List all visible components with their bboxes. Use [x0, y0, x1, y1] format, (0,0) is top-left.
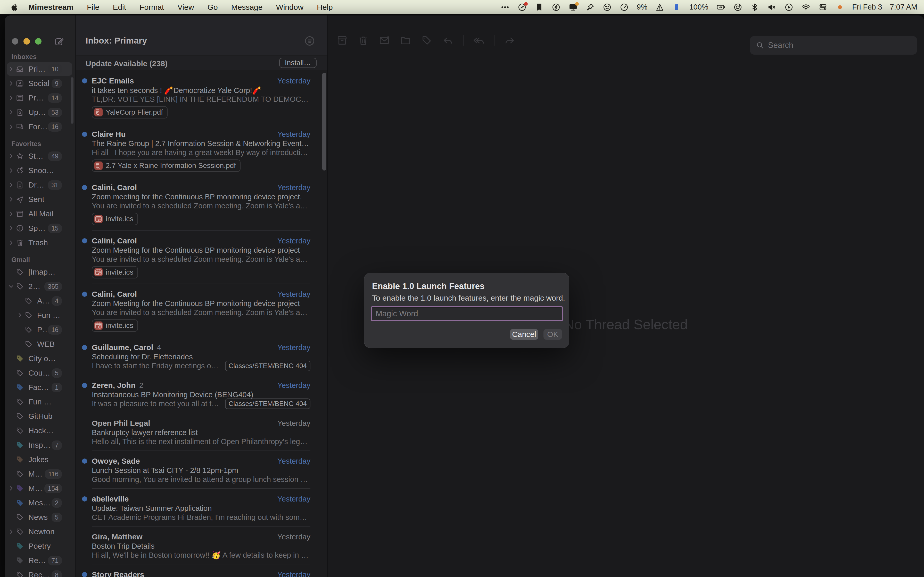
email-row[interactable]: Story ReadersYesterdayA Warming Invitati… — [76, 564, 328, 577]
mem-bar-icon[interactable] — [672, 3, 682, 12]
sidebar-scrollbar[interactable] — [71, 77, 73, 124]
chevron-right-icon[interactable] — [7, 94, 15, 102]
sidebar-item-insp-[interactable]: Insp…7 — [5, 438, 75, 452]
apple-icon[interactable] — [10, 3, 19, 11]
sidebar-item-m-[interactable]: M…116 — [5, 467, 75, 481]
email-row[interactable]: EJC EmailsYesterdayit takes ten seconds … — [76, 71, 328, 124]
bookmark-icon[interactable] — [535, 3, 544, 12]
volume-mute-icon[interactable] — [767, 3, 777, 12]
face-icon[interactable] — [603, 3, 612, 12]
chevron-right-icon[interactable] — [7, 224, 15, 232]
wifi-icon[interactable] — [801, 3, 811, 12]
menu-item-window[interactable]: Window — [276, 3, 304, 11]
toggles-icon[interactable] — [818, 3, 827, 12]
battery-icon[interactable] — [716, 3, 725, 12]
bolt-circle-icon[interactable] — [551, 3, 561, 12]
list-scrollbar[interactable] — [322, 73, 326, 171]
sidebar-item-mes-[interactable]: Mes…2 — [5, 496, 75, 510]
chevron-right-icon[interactable] — [7, 167, 15, 174]
install-button[interactable]: Install… — [279, 58, 317, 68]
email-row[interactable]: Calini, CarolYesterdayZoom Meeting for t… — [76, 284, 328, 337]
email-row[interactable]: Gira, MatthewYesterdayBoston Trip Detail… — [76, 527, 328, 564]
chevron-right-icon[interactable] — [7, 80, 15, 87]
magic-word-input[interactable] — [372, 307, 562, 320]
toolbar-forward-icon[interactable] — [504, 34, 515, 47]
sidebar-item-2-[interactable]: 2…365 — [5, 279, 75, 294]
sidebar-item-p-[interactable]: P…16 — [5, 322, 75, 337]
attachment-chip[interactable]: invite.ics — [92, 266, 138, 279]
compose-icon[interactable] — [54, 37, 65, 47]
filter-icon[interactable] — [304, 35, 315, 47]
sidebar-item-pri-[interactable]: Pri…10 — [5, 62, 75, 76]
attachment-chip[interactable]: YaleCorp Flier.pdf — [92, 106, 168, 118]
sidebar-item-github[interactable]: GitHub — [5, 409, 75, 424]
sidebar-item-jokes[interactable]: Jokes — [5, 452, 75, 467]
cancel-button[interactable]: Cancel — [510, 329, 538, 340]
menu-item-view[interactable]: View — [178, 3, 194, 11]
sidebar-item-re-[interactable]: Re…71 — [5, 553, 75, 568]
display-icon[interactable] — [569, 3, 578, 12]
chevron-right-icon[interactable] — [7, 485, 15, 492]
menu-item-mimestream[interactable]: Mimestream — [28, 3, 73, 11]
minimize-button[interactable] — [23, 38, 30, 45]
rocket-icon[interactable] — [585, 3, 595, 12]
email-row[interactable]: Claire HuYesterdayThe Raine Group | 2.7 … — [76, 124, 328, 177]
menu-item-go[interactable]: Go — [208, 3, 218, 11]
menu-item-file[interactable]: File — [87, 3, 99, 11]
bluetooth-icon[interactable] — [750, 3, 759, 12]
sidebar-item-fun-f-[interactable]: Fun F… — [5, 308, 75, 322]
sidebar-item-snoozed[interactable]: Snoozed — [5, 163, 75, 178]
sidebar-item-sp-[interactable]: Sp…15 — [5, 221, 75, 235]
sidebar-item-fun-facts[interactable]: Fun Facts — [5, 395, 75, 409]
email-row[interactable]: Guillaume, Carol4YesterdayScheduling for… — [76, 337, 328, 375]
sidebar-item-fac-[interactable]: Fac…1 — [5, 380, 75, 395]
chevron-right-icon[interactable] — [7, 528, 15, 535]
sidebar-item-up-[interactable]: Up…53 — [5, 105, 75, 119]
toolbar-mail-unread-icon[interactable] — [378, 34, 390, 47]
menu-item-edit[interactable]: Edit — [113, 3, 126, 11]
play-circle-icon[interactable] — [784, 3, 793, 12]
chevron-right-icon[interactable] — [7, 65, 15, 73]
sidebar-item-st-[interactable]: St…49 — [5, 149, 75, 163]
toolbar-tag-icon[interactable] — [421, 34, 433, 47]
chevron-right-icon[interactable] — [7, 210, 15, 218]
more-icon[interactable] — [501, 3, 510, 12]
attachment-chip[interactable]: invite.ics — [92, 213, 138, 225]
menu-item-help[interactable]: Help — [317, 3, 333, 11]
sidebar-item-cou-[interactable]: Cou…5 — [5, 366, 75, 380]
toolbar-folder-icon[interactable] — [400, 34, 412, 47]
email-row[interactable]: Zeren, John2YesterdayInstantaneous BP Mo… — [76, 375, 328, 413]
sidebar-item-hackath-[interactable]: Hackath… — [5, 424, 75, 438]
sidebar-item-news[interactable]: News5 — [5, 510, 75, 524]
chevron-right-icon[interactable] — [7, 123, 15, 131]
chevron-right-icon[interactable] — [7, 181, 15, 189]
toolbar-reply-all-icon[interactable] — [473, 34, 485, 47]
sidebar-item-city-of-[interactable]: City of… — [5, 351, 75, 366]
chevron-down-icon[interactable] — [7, 282, 15, 290]
email-row[interactable]: abellevilleYesterdayUpdate: Taiwan Summe… — [76, 488, 328, 527]
sidebar-item--imap-[interactable]: [Imap]/… — [5, 265, 75, 279]
chevron-right-icon[interactable] — [7, 239, 15, 247]
mem-warning-icon[interactable] — [655, 3, 664, 12]
close-button[interactable] — [12, 38, 18, 45]
attachment-chip[interactable]: invite.ics — [92, 319, 138, 332]
sidebar-item-sent[interactable]: Sent — [5, 192, 75, 206]
menu-item-message[interactable]: Message — [231, 3, 263, 11]
toolbar-trash-icon[interactable] — [357, 34, 369, 47]
sidebar-item-social[interactable]: Social9 — [5, 76, 75, 91]
sidebar-item-pro-[interactable]: Pro…14 — [5, 91, 75, 105]
record-dot-icon[interactable] — [835, 3, 845, 12]
sidebar-item-poetry[interactable]: Poetry — [5, 539, 75, 553]
sidebar-item-trash[interactable]: Trash — [5, 235, 75, 250]
chevron-right-icon[interactable] — [7, 108, 15, 116]
toolbar-archive-icon[interactable] — [336, 34, 348, 47]
sidebar-item-for-[interactable]: For…16 — [5, 119, 75, 134]
sidebar-item-newton[interactable]: Newton — [5, 524, 75, 539]
chevron-right-icon[interactable] — [7, 195, 15, 203]
email-row[interactable]: Open Phil LegalYesterdayBankruptcy lawye… — [76, 413, 328, 451]
shazam-icon[interactable] — [517, 3, 527, 12]
sidebar-item-m-[interactable]: M…154 — [5, 481, 75, 496]
attachment-chip[interactable]: 2.7 Yale x Raine Information Session.pdf — [92, 160, 241, 172]
gauge-icon[interactable] — [620, 3, 629, 12]
email-row[interactable]: Calini, CarolYesterdayZoom Meeting for t… — [76, 230, 328, 284]
